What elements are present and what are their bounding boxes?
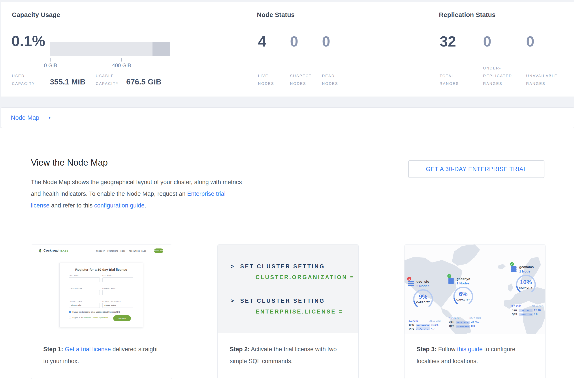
database-icon [511, 265, 517, 272]
locality-node-count: 2 Nodes [416, 284, 429, 288]
locality-name: geo=nyc [457, 277, 470, 281]
mini-nav-resources: RESOURCES [129, 250, 140, 252]
under-replicated-ranges-value: 0 [483, 33, 491, 50]
locality-node-count: 2 Nodes [457, 281, 469, 285]
cpu-row: CPU 12.3% [512, 309, 544, 312]
capacity-tick [121, 58, 122, 61]
capacity-percent-value: 6% [449, 291, 478, 298]
cpu-row: CPU 42.5% [449, 321, 482, 324]
total-ranges-label: TOTAL RANGES [440, 61, 459, 88]
mini-form-title: Register for a 30-day trial license [60, 268, 143, 271]
capacity-tick [50, 58, 51, 61]
total-value: 35.1 GiB [429, 319, 441, 322]
sql-arg-2: ENTERPRISE.LICENSE = [256, 308, 343, 315]
live-nodes-value: 4 [258, 33, 266, 50]
capacity-label: CAPACITY [511, 286, 540, 289]
mini-submit-button: SUBMIT [113, 315, 131, 321]
mini-download-button: DOWNLOAD [154, 248, 163, 253]
reason-for-interest-label: REASON FOR INTEREST [102, 300, 122, 302]
sql-line-2: > SET CLUSTER SETTING [231, 298, 325, 304]
under-replicated-ranges-label: UNDER- REPLICATED RANGES [483, 61, 512, 88]
capacity-tick-label-0: 0 GiB [44, 62, 57, 69]
mini-brand-suffix: LABS [61, 249, 69, 252]
license-agreement-text: I agree to the Software License Agreemen… [72, 317, 109, 319]
get-enterprise-trial-button[interactable]: GET A 30-DAY ENTERPRISE TRIAL [408, 160, 544, 178]
checkbox-unchecked-icon [69, 317, 71, 319]
unavailable-ranges-value: 0 [526, 33, 534, 50]
intro-paragraph: The Node Map shows the geographical layo… [31, 176, 244, 211]
node-map-dropdown[interactable]: Node Map [11, 114, 39, 121]
cpu-value: 42.5% [471, 321, 479, 324]
dead-nodes-label: DEAD NODES [322, 61, 338, 88]
step1-caption: Step 1: Get a trial license delivered st… [43, 343, 160, 367]
cpu-sparkline [519, 309, 533, 312]
cluster-summary-panel: Capacity Usage 0.1% 0 GiB 400 GiB USED C… [1, 2, 574, 97]
qps-value: 0.0 [534, 313, 538, 316]
section-divider [31, 231, 544, 231]
capacity-tick [86, 58, 86, 61]
checkbox-checked-icon: ✓ [69, 311, 71, 313]
sql-code-block: > SET CLUSTER SETTING CLUSTER.ORGANIZATI… [218, 244, 359, 333]
capacity-bar [50, 42, 170, 56]
step3-card: 1 geo=sfo 2 Nodes 9% CAPACITY 3.2 GiB35.… [404, 244, 546, 379]
registration-site-thumbnail: Cockroach LABS PRODUCT CUSTOMERS DOCS RE… [31, 244, 172, 343]
capacity-percent: 0.1% [11, 32, 45, 49]
intro-text-2: and refer to this [49, 202, 94, 209]
suspect-nodes-label: SUSPECT NODES [290, 61, 312, 88]
software-license-agreement-link: Software License Agreement. [84, 317, 108, 319]
unavailable-ranges-label: UNAVAILABLE RANGES [526, 61, 557, 88]
total-value: 34.4 GiB [532, 304, 544, 308]
mini-nav-customers: CUSTOMERS [107, 250, 118, 252]
sql-line-1: > SET CLUSTER SETTING [231, 263, 325, 270]
qps-value: 4.7 [431, 327, 435, 330]
mini-nav-blog: BLOG [142, 250, 146, 252]
reason-for-interest-select: Please Select [102, 303, 133, 308]
replication-status-title: Replication Status [439, 11, 496, 19]
company-name-label: COMPANY NAME [69, 288, 82, 289]
project-phase-select: Please Select [69, 303, 100, 308]
total-ranges-value: 32 [440, 33, 456, 50]
used-capacity-label: USED CAPACITY [12, 61, 35, 88]
sql-arg-1: CLUSTER.ORGANIZATION = [256, 274, 354, 280]
view-selector-bar: Node Map ▼ [1, 107, 574, 128]
step3-caption: Step 3: Follow this guide to configure l… [417, 343, 533, 367]
chevron-down-icon[interactable]: ▼ [48, 115, 51, 120]
email-updates-text: I would like to receive email updates ab… [72, 311, 120, 313]
cockroach-logo-icon [38, 248, 42, 253]
step2-caption: Step 2: Activate the trial license with … [230, 343, 347, 367]
project-phase-label: PROJECT PHASE [69, 300, 82, 302]
live-nodes-label: LIVE NODES [258, 61, 274, 88]
database-icon [408, 280, 414, 287]
license-agreement-checkbox-row: I agree to the Software License Agreemen… [69, 317, 109, 319]
total-value: 65.7 GiB [469, 316, 481, 320]
dead-nodes-value: 0 [322, 33, 330, 50]
locality-name: geo=sfo [416, 280, 429, 283]
qps-value: 0.0 [471, 325, 475, 328]
step1-card: Cockroach LABS PRODUCT CUSTOMERS DOCS RE… [31, 244, 172, 379]
database-icon [448, 277, 454, 284]
last-name-label: LAST NAME [102, 275, 112, 277]
cpu-sparkline [456, 321, 470, 324]
first-name-field [69, 277, 100, 282]
mini-site-header: Cockroach LABS PRODUCT CUSTOMERS DOCS RE… [31, 248, 172, 256]
qps-sparkline [416, 327, 430, 330]
capacity-gauge: 6% CAPACITY 3.7 GiB65.7 GiB [449, 285, 478, 306]
cpu-sparkline [416, 324, 430, 327]
capacity-label: CAPACITY [409, 301, 438, 304]
mini-nav-docs: DOCS [121, 250, 125, 252]
get-trial-license-link[interactable]: Get a trial license [65, 346, 111, 353]
this-guide-link[interactable]: this guide [457, 346, 483, 353]
qps-row: QPS 0.0 [449, 325, 482, 328]
trial-license-form: Register for a 30-day trial license FIRS… [59, 262, 143, 327]
intro-text-3: . [144, 202, 146, 209]
mini-brand-text: Cockroach [43, 248, 61, 252]
capacity-usage-title: Capacity Usage [12, 11, 60, 19]
qps-sparkline [519, 313, 533, 316]
email-updates-checkbox-row: ✓ I would like to receive email updates … [69, 311, 120, 313]
cpu-value: 12.3% [534, 309, 541, 312]
company-email-label: COMPANY EMAIL [102, 288, 116, 289]
company-name-field [69, 290, 100, 295]
configuration-guide-link[interactable]: configuration guide [94, 202, 144, 209]
cpu-row: CPU 11.0% [409, 323, 442, 327]
used-capacity-value: 355.1 MiB [50, 77, 85, 86]
